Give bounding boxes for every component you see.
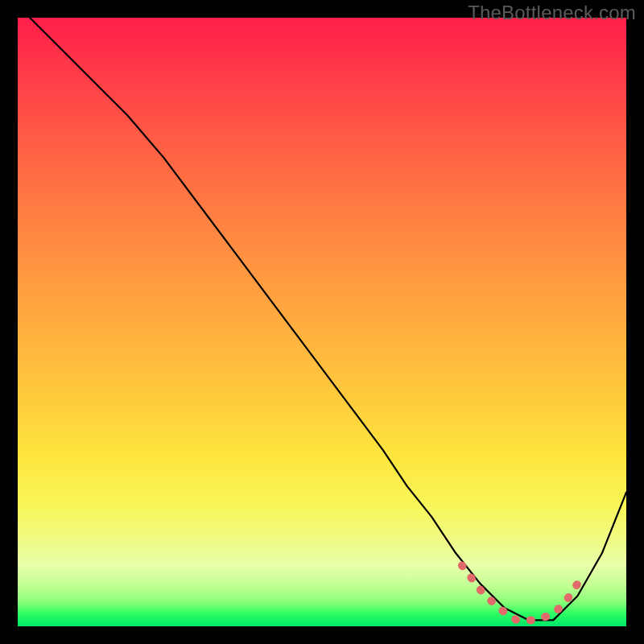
chart-plot-area — [18, 18, 626, 626]
optimal-range-marker — [462, 565, 578, 620]
watermark-text: TheBottleneck.com — [468, 2, 636, 24]
chart-svg — [18, 18, 626, 626]
bottleneck-curve — [30, 18, 626, 620]
chart-frame: TheBottleneck.com — [0, 0, 644, 644]
